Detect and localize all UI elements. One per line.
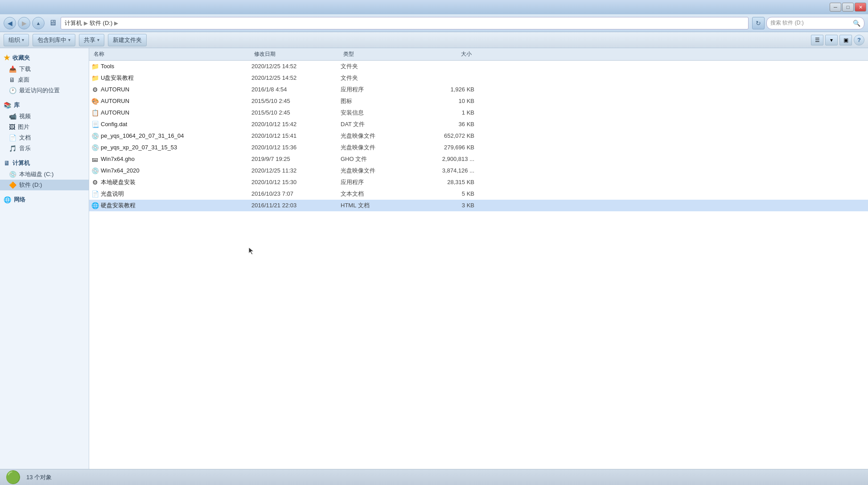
file-date-cell: 2015/5/10 2:45	[251, 98, 341, 104]
file-type-cell: 光盘映像文件	[341, 144, 412, 152]
table-row[interactable]: 💿 pe_yqs_xp_20_07_31_15_53 2020/10/12 15…	[89, 142, 868, 153]
sidebar-item-documents[interactable]: 📄 文档	[0, 132, 89, 143]
sidebar-item-recent-label: 最近访问的位置	[19, 86, 60, 95]
file-name-cell: 📃 Config.dat	[91, 120, 251, 128]
status-bar: 🟢 13 个对象	[0, 469, 868, 485]
sidebar-favorites-header[interactable]: ★ 收藏夹	[0, 52, 89, 64]
table-row[interactable]: 📁 U盘安装教程 2020/12/25 14:52 文件夹	[89, 72, 868, 84]
file-type-cell: 图标	[341, 97, 412, 105]
file-size-cell: 36 KB	[412, 121, 474, 127]
sidebar-item-recent[interactable]: 🕐 最近访问的位置	[0, 85, 89, 96]
sidebar: ★ 收藏夹 📥 下载 🖥 桌面 🕐 最近访问的位置 📚 库	[0, 48, 89, 469]
drive-c-icon: 💿	[9, 171, 16, 178]
file-type-cell: 光盘映像文件	[341, 132, 412, 140]
sidebar-library-section: 📚 库 📹 视频 🖼 图片 📄 文档 🎵 音乐	[0, 99, 89, 154]
organize-button[interactable]: 组织 ▾	[4, 34, 29, 46]
table-row[interactable]: 💿 Win7x64_2020 2020/12/25 11:32 光盘映像文件 3…	[89, 165, 868, 177]
file-date-cell: 2019/9/7 19:25	[251, 156, 341, 162]
sidebar-library-label: 库	[14, 101, 20, 109]
sidebar-network-label: 网络	[14, 196, 25, 204]
desktop-icon: 🖥	[9, 76, 15, 83]
file-name-cell: 📄 光盘说明	[91, 190, 251, 198]
sidebar-item-drive-c[interactable]: 💿 本地磁盘 (C:)	[0, 169, 89, 180]
sidebar-item-music-label: 音乐	[19, 144, 31, 152]
sidebar-item-downloads[interactable]: 📥 下载	[0, 64, 89, 74]
view-toggle-button[interactable]: ☰	[811, 35, 823, 45]
organize-label: 组织	[8, 36, 20, 44]
file-type-cell: 光盘映像文件	[341, 167, 412, 175]
documents-icon: 📄	[9, 134, 16, 141]
new-folder-button[interactable]: 新建文件夹	[108, 34, 147, 46]
back-button[interactable]: ◀	[4, 17, 16, 29]
table-row[interactable]: ⚙ 本地硬盘安装 2020/10/12 15:30 应用程序 28,315 KB	[89, 177, 868, 188]
file-name-cell: 💿 pe_yqs_xp_20_07_31_15_53	[91, 144, 251, 152]
file-name-cell: 📁 Tools	[91, 62, 251, 70]
sidebar-item-pictures[interactable]: 🖼 图片	[0, 122, 89, 132]
sidebar-item-desktop-label: 桌面	[18, 76, 29, 84]
file-date-cell: 2020/10/12 15:41	[251, 132, 341, 139]
address-path[interactable]: 计算机 ▶ 软件 (D:) ▶	[61, 17, 749, 29]
col-header-date[interactable]: 修改日期	[251, 50, 341, 58]
col-header-name[interactable]: 名称	[91, 50, 251, 58]
file-date-cell: 2020/12/25 14:52	[251, 74, 341, 81]
preview-pane-button[interactable]: ▣	[839, 35, 852, 45]
file-size-cell: 10 KB	[412, 98, 474, 104]
main-layout: ★ 收藏夹 📥 下载 🖥 桌面 🕐 最近访问的位置 📚 库	[0, 48, 868, 469]
file-area: 名称 修改日期 类型 大小 📁 Tools 2020/12/25 14:52 文…	[89, 48, 868, 469]
refresh-button[interactable]: ↻	[752, 17, 765, 29]
include-library-label: 包含到库中	[37, 36, 66, 44]
path-drive[interactable]: 软件 (D:)	[90, 19, 112, 27]
file-size-cell: 3 KB	[412, 202, 474, 209]
path-computer[interactable]: 计算机	[65, 19, 82, 27]
file-type-icon: 📁	[91, 74, 99, 82]
table-row[interactable]: 📋 AUTORUN 2015/5/10 2:45 安装信息 1 KB	[89, 107, 868, 119]
sidebar-item-video[interactable]: 📹 视频	[0, 111, 89, 122]
sidebar-library-header[interactable]: 📚 库	[0, 99, 89, 111]
download-icon: 📥	[9, 66, 16, 73]
file-size-cell: 1 KB	[412, 109, 474, 116]
include-library-button[interactable]: 包含到库中 ▾	[33, 34, 75, 46]
sidebar-item-music[interactable]: 🎵 音乐	[0, 143, 89, 154]
file-date-cell: 2020/12/25 11:32	[251, 167, 341, 174]
table-row[interactable]: 📁 Tools 2020/12/25 14:52 文件夹	[89, 61, 868, 72]
table-row[interactable]: 🌐 硬盘安装教程 2016/11/21 22:03 HTML 文档 3 KB	[89, 200, 868, 211]
file-date-cell: 2020/10/12 15:30	[251, 179, 341, 185]
file-type-icon: ⚙	[91, 178, 99, 186]
file-type-icon: 💿	[91, 167, 99, 175]
file-type-cell: DAT 文件	[341, 120, 412, 128]
help-button[interactable]: ?	[854, 35, 864, 45]
title-bar: ─ □ ✕	[0, 0, 868, 14]
sidebar-computer-header[interactable]: 🖥 计算机	[0, 157, 89, 169]
sidebar-item-desktop[interactable]: 🖥 桌面	[0, 74, 89, 85]
file-size-cell: 2,900,813 ...	[412, 156, 474, 162]
forward-button[interactable]: ▶	[18, 17, 30, 29]
file-type-icon: 🎨	[91, 97, 99, 105]
file-type-cell: 应用程序	[341, 86, 412, 94]
table-row[interactable]: 🎨 AUTORUN 2015/5/10 2:45 图标 10 KB	[89, 95, 868, 107]
file-name-cell: ⚙ 本地硬盘安装	[91, 178, 251, 186]
share-button[interactable]: 共享 ▾	[79, 34, 104, 46]
maximize-button[interactable]: □	[842, 3, 854, 12]
file-name-cell: 🖴 Win7x64.gho	[91, 155, 251, 163]
table-row[interactable]: 💿 pe_yqs_1064_20_07_31_16_04 2020/10/12 …	[89, 130, 868, 142]
table-row[interactable]: 📄 光盘说明 2016/10/23 7:07 文本文档 5 KB	[89, 188, 868, 200]
search-box[interactable]: 搜索 软件 (D:) 🔍	[766, 17, 864, 29]
file-type-icon: 💿	[91, 132, 99, 140]
share-dropdown-icon: ▾	[97, 37, 99, 42]
column-headers: 名称 修改日期 类型 大小	[89, 48, 868, 61]
close-button[interactable]: ✕	[855, 3, 866, 12]
sidebar-network-header[interactable]: 🌐 网络	[0, 194, 89, 206]
file-type-icon: ⚙	[91, 86, 99, 94]
up-button[interactable]: ▲	[32, 17, 45, 29]
view-dropdown-button[interactable]: ▾	[825, 35, 838, 45]
minimize-button[interactable]: ─	[830, 3, 841, 12]
file-type-icon: 📁	[91, 62, 99, 70]
table-row[interactable]: 📃 Config.dat 2020/10/12 15:42 DAT 文件 36 …	[89, 119, 868, 130]
table-row[interactable]: ⚙ AUTORUN 2016/1/8 4:54 应用程序 1,926 KB	[89, 84, 868, 95]
table-row[interactable]: 🖴 Win7x64.gho 2019/9/7 19:25 GHO 文件 2,90…	[89, 153, 868, 165]
col-header-type[interactable]: 类型	[341, 50, 412, 58]
sidebar-item-drive-d[interactable]: 🔶 软件 (D:)	[0, 180, 89, 190]
file-size-cell: 279,696 KB	[412, 144, 474, 151]
file-size-cell: 3,874,126 ...	[412, 167, 474, 174]
col-header-size[interactable]: 大小	[412, 50, 474, 58]
